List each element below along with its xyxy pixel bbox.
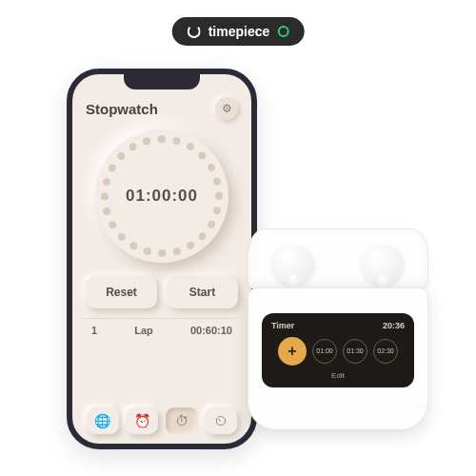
lap-label: Lap <box>134 325 153 336</box>
tab-bar: 🌐 ⏰ ⏱ ⏲ <box>86 407 238 434</box>
brand-pill: timepiece <box>172 17 305 46</box>
add-timer-button[interactable]: + <box>278 337 307 366</box>
brand-name: timepiece <box>208 24 270 39</box>
start-button[interactable]: Start <box>167 276 238 308</box>
status-ring-icon <box>277 26 288 37</box>
lap-row: 1 Lap 00:60:10 <box>86 318 238 342</box>
stopwatch-dial[interactable]: 01:00:00 <box>95 129 228 263</box>
reset-button[interactable]: Reset <box>86 276 157 308</box>
case-screen-clock: 20:36 <box>383 321 405 330</box>
spinner-icon <box>188 25 201 38</box>
control-row: Reset Start <box>86 276 238 308</box>
phone-notch <box>124 74 200 89</box>
timer-preset-2[interactable]: 01:30 <box>343 339 367 364</box>
earbud-right <box>362 245 404 285</box>
stopwatch-icon: ⏱ <box>175 413 188 428</box>
tab-stopwatch[interactable]: ⏱ <box>166 407 198 434</box>
app-header: Stopwatch ⚙ <box>86 97 238 120</box>
lap-time: 00:60:10 <box>190 325 232 336</box>
timer-preset-row: + 01:00 01:30 02:30 <box>271 337 405 366</box>
earbud-left <box>272 245 314 285</box>
elapsed-time: 01:00:00 <box>126 187 198 206</box>
case-lid <box>248 228 428 289</box>
alarm-icon: ⏰ <box>134 413 150 428</box>
settings-button[interactable]: ⚙ <box>215 97 238 120</box>
case-screen-header: Timer 20:36 <box>271 321 405 330</box>
page-title: Stopwatch <box>86 101 158 117</box>
tab-alarm[interactable]: ⏰ <box>126 407 158 434</box>
lap-index: 1 <box>91 325 97 336</box>
case-body: Timer 20:36 + 01:00 01:30 02:30 Edit <box>248 288 428 430</box>
case-screen-title: Timer <box>271 321 294 330</box>
case-screen[interactable]: Timer 20:36 + 01:00 01:30 02:30 Edit <box>262 313 414 387</box>
earbuds-case: Timer 20:36 + 01:00 01:30 02:30 Edit <box>248 228 428 430</box>
timer-icon: ⏲ <box>214 413 228 428</box>
globe-icon: 🌐 <box>94 413 110 428</box>
edit-button[interactable]: Edit <box>271 371 405 380</box>
timer-preset-1[interactable]: 01:00 <box>312 339 337 364</box>
tab-timer[interactable]: ⏲ <box>205 407 237 434</box>
tab-world-clock[interactable]: 🌐 <box>87 407 119 434</box>
timer-preset-3[interactable]: 02:30 <box>373 339 398 364</box>
phone-mockup: Stopwatch ⚙ 01:00:00 Reset Start 1 Lap 0… <box>67 69 257 449</box>
gear-icon: ⚙ <box>222 102 232 115</box>
